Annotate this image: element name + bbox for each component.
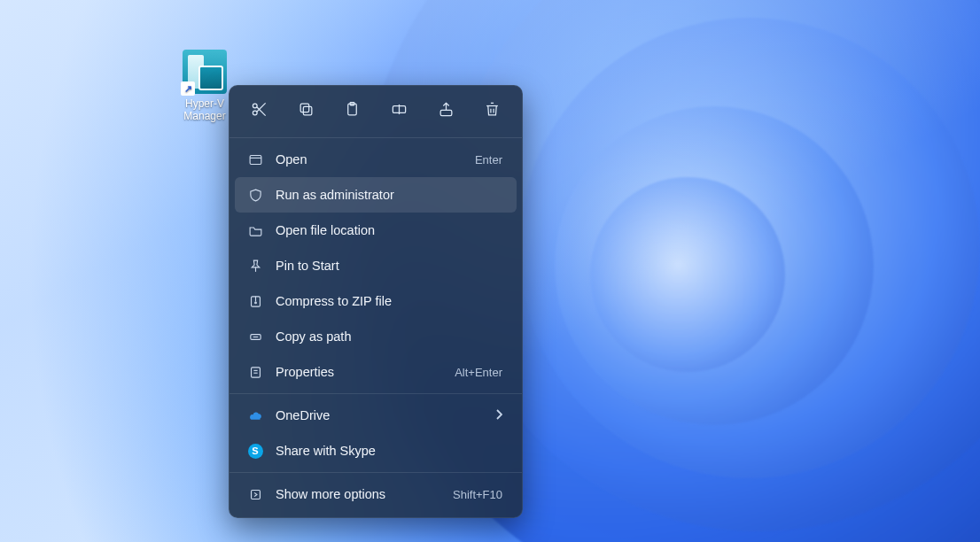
context-menu: Open Enter Run as administrator Open fil… [229,85,523,518]
menu-item-onedrive[interactable]: OneDrive [235,398,517,433]
app-window-icon [247,151,263,167]
menu-item-run-as-administrator[interactable]: Run as administrator [235,177,517,213]
menu-item-label: OneDrive [276,408,495,422]
svg-rect-21 [251,367,260,376]
menu-item-compress-to-zip[interactable]: Compress to ZIP file [235,283,517,319]
menu-item-shortcut: Shift+F10 [453,488,502,501]
menu-separator [229,472,522,473]
menu-item-shortcut: Enter [475,153,502,166]
share-button[interactable] [427,95,465,127]
copy-button[interactable] [287,95,325,127]
scissors-icon [251,101,268,120]
menu-separator [229,137,522,138]
menu-item-open-file-location[interactable]: Open file location [235,213,517,248]
zip-icon [247,293,263,309]
skype-icon: S [247,443,263,459]
pin-icon [247,258,263,274]
hyperv-manager-icon: ↗ [183,50,227,94]
menu-item-label: Pin to Start [276,259,502,273]
quick-actions-row [229,86,522,134]
svg-rect-13 [250,155,261,164]
rename-button[interactable] [380,95,418,127]
menu-item-label: Share with Skype [276,444,502,458]
delete-button[interactable] [473,95,511,127]
share-icon [438,101,455,120]
svg-rect-24 [251,490,260,499]
menu-item-open[interactable]: Open Enter [235,142,517,177]
menu-item-label: Compress to ZIP file [276,294,502,308]
menu-item-shortcut: Alt+Enter [455,366,502,379]
wallpaper-shape [590,177,785,372]
chevron-right-icon [495,408,502,422]
more-options-icon [247,486,263,502]
menu-item-properties[interactable]: Properties Alt+Enter [235,354,517,390]
menu-item-label: Copy as path [276,329,502,344]
shortcut-overlay-icon: ↗ [181,81,195,96]
menu-item-label: Open file location [276,223,502,237]
cut-button[interactable] [240,95,278,127]
clipboard-icon [344,101,361,120]
properties-icon [247,364,263,380]
svg-rect-10 [440,110,452,115]
menu-item-share-with-skype[interactable]: S Share with Skype [235,433,517,468]
trash-icon [484,101,501,120]
folder-icon [247,222,263,238]
menu-item-label: Properties [276,365,455,379]
rename-icon [391,101,408,120]
menu-item-show-more-options[interactable]: Show more options Shift+F10 [235,476,517,512]
menu-item-label: Show more options [276,487,453,501]
svg-rect-4 [303,106,312,114]
menu-item-label: Run as administrator [276,188,502,202]
shield-icon [247,187,263,203]
desktop-icon-hyperv-manager[interactable]: ↗ Hyper-V Manager [174,50,236,123]
menu-item-pin-to-start[interactable]: Pin to Start [235,248,517,283]
menu-item-copy-as-path[interactable]: Copy as path [235,319,517,354]
copy-icon [298,101,315,120]
desktop-icon-label: Hyper-V Manager [174,97,236,123]
menu-separator [229,393,522,394]
svg-rect-5 [300,104,309,112]
paste-button[interactable] [333,95,371,127]
path-icon [247,329,263,345]
onedrive-icon [247,407,263,423]
menu-item-label: Open [276,152,475,166]
svg-point-18 [254,302,256,304]
